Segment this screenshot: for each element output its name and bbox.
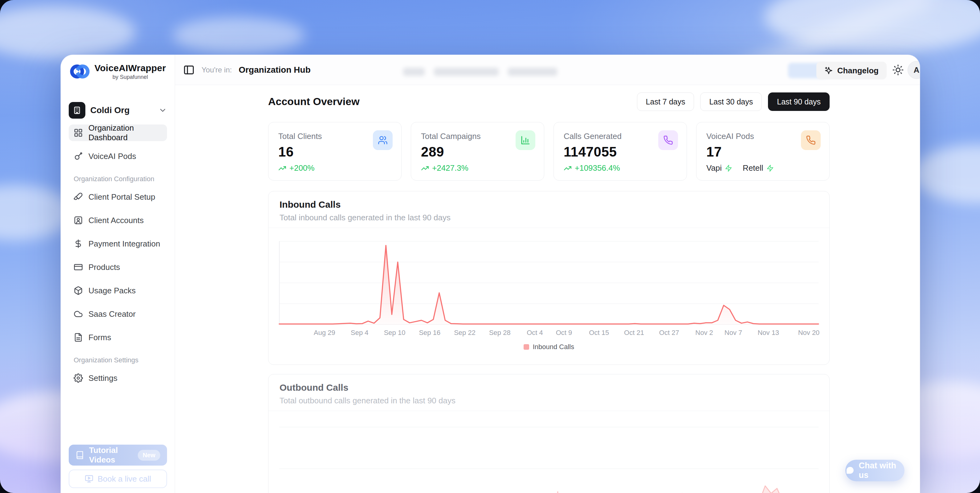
- logo-text: VoiceAIWrapper by Supafunnel: [95, 63, 166, 80]
- user-avatar[interactable]: A: [908, 61, 920, 79]
- book-icon: [75, 451, 84, 460]
- sidebar-item-products[interactable]: Products: [69, 259, 167, 275]
- chat-with-us-label: Chat with us: [859, 461, 905, 480]
- stat-card-voiceai-pods: VoiceAI Pods 17 Vapi: [696, 122, 830, 181]
- stat-card-calls-generated: Calls Generated 1147055 +109356.4%: [554, 122, 687, 181]
- provider-vapi: Vapi: [706, 163, 732, 173]
- dollar-icon: [74, 239, 83, 248]
- outbound-chart[interactable]: [279, 413, 819, 493]
- faded-search-text: [508, 68, 557, 76]
- sidebar-item-label: Organization Dashboard: [88, 123, 162, 142]
- sidebar-item-forms[interactable]: Forms: [69, 329, 167, 346]
- sidebar-item-client-accounts[interactable]: Client Accounts: [69, 212, 167, 229]
- trending-up-icon: [278, 164, 286, 172]
- x-tick: Nov 2: [695, 329, 713, 337]
- sidebar-item-saas-creator[interactable]: Saas Creator: [69, 306, 167, 322]
- user-square-icon: [74, 216, 83, 225]
- chat-with-us-button[interactable]: Chat with us: [845, 460, 905, 481]
- legend-label: Inbound Calls: [533, 343, 574, 351]
- provider-retell: Retell: [743, 163, 773, 173]
- top-header: You're in: Organization Hub Changelog: [175, 55, 920, 85]
- app-subtitle: by Supafunnel: [113, 74, 148, 80]
- tutorial-videos-button[interactable]: Tutorial Videos New: [69, 445, 167, 466]
- stat-card-total-campaigns: Total Campaigns 289 +2427.3%: [411, 122, 544, 181]
- x-tick: Nov 20: [798, 329, 820, 337]
- app-title: VoiceAIWrapper: [95, 63, 166, 73]
- voiceaiwrapper-logo-icon: [70, 62, 90, 81]
- sidebar-item-client-portal-setup[interactable]: Client Portal Setup: [69, 189, 167, 205]
- dashboard-grid-icon: [74, 128, 83, 137]
- provider-status-icon: [725, 165, 732, 172]
- sidebar: VoiceAIWrapper by Supafunnel Coldi Org: [61, 55, 175, 493]
- logo: VoiceAIWrapper by Supafunnel: [61, 62, 175, 81]
- x-tick: Oct 9: [556, 329, 572, 337]
- cloud: [764, 0, 980, 52]
- sidebar-item-label: Payment Integration: [88, 239, 160, 249]
- sparkles-icon: [824, 66, 833, 75]
- date-range-group: Last 7 days Last 30 days Last 90 days: [637, 92, 830, 111]
- x-axis-ticks: Aug 29Sep 4Sep 10Sep 16Sep 22Sep 28Oct 4…: [279, 329, 819, 338]
- screen: VoiceAIWrapper by Supafunnel Coldi Org: [0, 0, 980, 493]
- new-badge: New: [138, 450, 160, 461]
- range-button-0[interactable]: Last 7 days: [637, 92, 694, 111]
- stat-trend: +2427.3%: [421, 163, 468, 173]
- book-live-call-button[interactable]: Book a live call: [69, 469, 167, 488]
- changelog-button[interactable]: Changelog: [816, 62, 887, 80]
- sidebar-item-organization-dashboard[interactable]: Organization Dashboard: [69, 124, 167, 141]
- inbound-chart[interactable]: [279, 235, 819, 326]
- tutorial-videos-label: Tutorial Videos: [89, 445, 133, 464]
- current-location: Organization Hub: [239, 65, 310, 75]
- paintbrush-icon: [74, 192, 83, 202]
- chart-legend: Inbound Calls: [269, 343, 829, 351]
- page-title: Account Overview: [268, 95, 360, 108]
- faded-search-text: [434, 68, 499, 76]
- sidebar-nav: Organization Dashboard VoiceAI Pods Orga…: [69, 124, 167, 393]
- pods-icon: [74, 152, 83, 161]
- trending-up-icon: [421, 164, 429, 172]
- x-tick: Sep 16: [419, 329, 441, 337]
- cloud: [0, 6, 135, 59]
- org-selector[interactable]: Coldi Org: [69, 101, 167, 119]
- divider: [269, 411, 829, 411]
- sidebar-item-voiceai-pods[interactable]: VoiceAI Pods: [69, 148, 167, 165]
- theme-toggle-sun-icon[interactable]: [892, 64, 904, 77]
- cloud: [912, 145, 980, 204]
- file-text-icon: [74, 333, 83, 342]
- avatar-initial: A: [914, 65, 920, 75]
- outbound-calls-panel: Outbound Calls Total outbound calls gene…: [268, 374, 830, 493]
- credit-card-icon: [74, 262, 83, 272]
- chat-bubble-icon: [845, 465, 855, 476]
- range-button-1[interactable]: Last 30 days: [700, 92, 762, 111]
- outbound-subtitle: Total outbound calls generated in the la…: [280, 396, 455, 406]
- sidebar-item-label: Products: [88, 262, 120, 272]
- stat-trend: +200%: [278, 163, 315, 173]
- inbound-calls-panel: Inbound Calls Total inbound calls genera…: [268, 191, 830, 365]
- legend-swatch: [523, 344, 529, 350]
- app-window: VoiceAIWrapper by Supafunnel Coldi Org: [61, 55, 920, 493]
- x-tick: Sep 28: [489, 329, 511, 337]
- cloud: [173, 17, 305, 54]
- x-tick: Sep 22: [454, 329, 476, 337]
- stat-trend: +109356.4%: [564, 163, 620, 173]
- sidebar-item-label: Saas Creator: [88, 309, 135, 319]
- users-icon: [373, 130, 393, 150]
- x-tick: Oct 4: [527, 329, 543, 337]
- youre-in-label: You're in:: [202, 66, 232, 74]
- stat-card-total-clients: Total Clients 16 +200%: [268, 122, 402, 181]
- sidebar-toggle-icon[interactable]: [183, 64, 195, 76]
- sidebar-item-payment-integration[interactable]: Payment Integration: [69, 235, 167, 252]
- x-tick: Nov 7: [724, 329, 742, 337]
- main-content: Account Overview Last 7 days Last 30 day…: [175, 85, 920, 493]
- sidebar-item-label: Client Portal Setup: [88, 192, 155, 202]
- sidebar-item-settings[interactable]: Settings: [69, 370, 167, 386]
- cloud-icon: [74, 309, 83, 319]
- range-button-2[interactable]: Last 90 days: [768, 92, 830, 111]
- sidebar-item-usage-packs[interactable]: Usage Packs: [69, 282, 167, 299]
- package-icon: [74, 286, 83, 295]
- bar-chart-icon: [515, 130, 535, 150]
- sidebar-item-label: VoiceAI Pods: [88, 152, 136, 161]
- provider-status-icon: [767, 165, 774, 172]
- sidebar-item-label: Client Accounts: [88, 216, 143, 225]
- sidebar-item-label: Usage Packs: [88, 286, 135, 296]
- x-tick: Oct 27: [659, 329, 679, 337]
